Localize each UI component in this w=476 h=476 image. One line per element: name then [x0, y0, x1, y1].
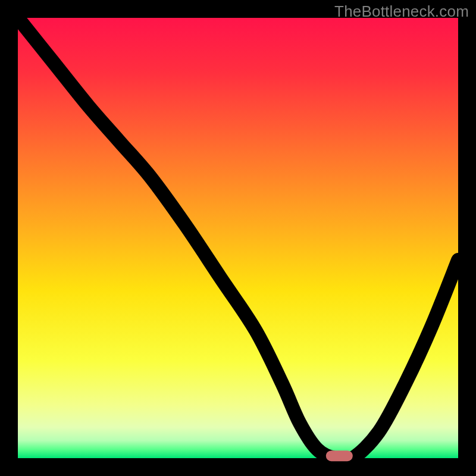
bottleneck-curve [18, 18, 458, 458]
plot-area [18, 18, 458, 458]
curve-path [18, 18, 458, 461]
watermark-text: TheBottleneck.com [334, 2, 469, 21]
chart-container: TheBottleneck.com [0, 0, 476, 476]
optimum-marker [326, 450, 352, 461]
